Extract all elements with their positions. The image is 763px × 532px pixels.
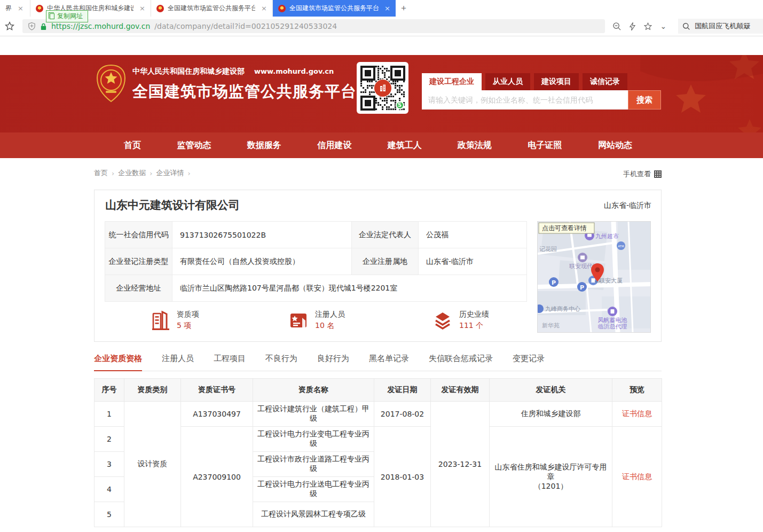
company-region: 山东省-临沂市	[604, 201, 651, 210]
nav-supervision[interactable]: 监管动态	[177, 140, 211, 151]
search-button[interactable]: 搜索	[628, 90, 661, 109]
reg-region-value: 山东省-临沂市	[418, 248, 527, 275]
cell-authority: 山东省住房和城乡建设厅许可专用章 （1201）	[490, 427, 612, 527]
cell-qual-name: 工程设计建筑行业（建筑工程）甲级	[253, 402, 374, 427]
cell-issue-date: 2018-01-03	[374, 427, 431, 527]
tab-good-behavior[interactable]: 良好行为	[317, 354, 349, 370]
mobile-view-link[interactable]: 手机查看	[623, 169, 662, 179]
nav-workers[interactable]: 建筑工人	[388, 140, 422, 151]
browser-toolbar: https://jzsc.mohurd.gov.cn/data/company/…	[0, 17, 763, 36]
reg-region-label: 企业注册属地	[351, 248, 419, 275]
main-navigation: 首页 监管动态 数据服务 信用建设 建筑工人 政策法规 电子证照 网站动态	[0, 132, 763, 158]
site-favicon-icon	[156, 5, 164, 12]
company-location-map[interactable]: 九州超市 ATM 记花园 联安现代城 联安大厦 P P 九峰商务中心 凤帆蓄电池…	[537, 221, 651, 333]
nav-site-news[interactable]: 网站动态	[598, 140, 632, 151]
shield-icon[interactable]	[28, 22, 36, 30]
address-label: 企业经营地址	[105, 275, 172, 302]
cell-authority: 住房和城乡建设部	[490, 402, 612, 427]
tab-blacklist[interactable]: 黑名单记录	[369, 354, 409, 370]
breadcrumb-home[interactable]: 首页	[94, 168, 108, 178]
svg-text:联安大厦: 联安大厦	[599, 277, 623, 284]
tab-close-icon[interactable]: ×	[261, 4, 267, 12]
search-tab-credit[interactable]: 诚信记录	[583, 73, 627, 90]
tab-qualifications[interactable]: 企业资质资格	[94, 354, 142, 371]
cell-seq: 1	[95, 402, 124, 427]
svg-text:ATM: ATM	[618, 245, 624, 248]
legal-rep-label: 企业法定代表人	[351, 221, 419, 248]
cell-qual-name: 工程设计市政行业道路工程专业丙级	[253, 452, 374, 477]
breadcrumb: 首页 › 企业数据 › 企业详情 ›	[94, 168, 191, 178]
browser-tab-bar: 界 × 中华人民共和国住房和城乡建设 × 全国建筑市场监管公共服务平台 × 全国…	[0, 0, 763, 17]
site-favicon-icon	[36, 5, 43, 12]
url-host: https://jzsc.mohurd.gov.cn	[51, 22, 150, 30]
stat-qualifications: 资质项 5 项	[152, 310, 199, 331]
id-card-icon	[289, 311, 308, 330]
address-bar[interactable]: https://jzsc.mohurd.gov.cn/data/company/…	[22, 19, 605, 33]
breadcrumb-company-data[interactable]: 企业数据	[118, 168, 146, 178]
nav-e-license[interactable]: 电子证照	[528, 140, 562, 151]
col-preview: 预览	[612, 379, 662, 402]
col-category: 资质类别	[124, 379, 181, 402]
tab-registered-personnel[interactable]: 注册人员	[162, 354, 194, 370]
cell-category: 设计资质	[124, 402, 181, 527]
url-path: /data/company/detail?id=0021052912405330…	[154, 22, 337, 30]
banner-search-module: 建设工程企业 从业人员 建设项目 诚信记录 搜索	[422, 73, 661, 109]
reg-type-value: 有限责任公司（自然人投资或控股）	[172, 248, 352, 275]
nav-home[interactable]: 首页	[124, 140, 141, 151]
search-tab-personnel[interactable]: 从业人员	[485, 73, 530, 90]
breadcrumb-company-detail[interactable]: 企业详情	[156, 168, 184, 178]
col-validity: 发证有效期	[431, 379, 490, 402]
browser-tab-active[interactable]: 全国建筑市场监管公共服务平台 ×	[273, 0, 396, 17]
credit-code-label: 统一社会信用代码	[105, 221, 172, 248]
breadcrumb-separator-icon: ›	[150, 169, 152, 177]
breadcrumb-separator-icon: ›	[187, 169, 190, 177]
ministry-name: 中华人民共和国住房和城乡建设部	[132, 67, 245, 76]
zoom-out-icon[interactable]	[612, 22, 622, 31]
site-brand: 中华人民共和国住房和城乡建设部 www.mohurd.gov.cn 全国建筑市场…	[132, 67, 357, 103]
address-value: 临沂市兰山区陶然路107号星河晶都（联安）现代城1号楼2201室	[172, 275, 527, 302]
svg-text:记花园: 记花园	[539, 246, 557, 253]
company-stats: 资质项 5 项 注册人员 10 名 历史业绩 111 个	[95, 310, 538, 338]
tab-close-icon[interactable]: ×	[18, 4, 23, 12]
map-tooltip: 点击可查看详情	[542, 224, 587, 232]
layers-icon	[433, 311, 452, 330]
breadcrumb-separator-icon: ›	[112, 169, 114, 177]
tab-dishonesty-records[interactable]: 失信联合惩戒记录	[429, 354, 493, 370]
tab-change-records[interactable]: 变更记录	[513, 354, 545, 370]
certificate-info-link[interactable]: 证书信息	[622, 409, 652, 418]
cell-preview: 证书信息	[612, 402, 662, 427]
flash-icon[interactable]	[629, 22, 636, 31]
chevron-down-icon[interactable]: ⌄	[660, 24, 666, 29]
cell-seq: 5	[95, 502, 124, 527]
tab-bad-behavior[interactable]: 不良行为	[265, 354, 297, 370]
search-tab-project[interactable]: 建设项目	[534, 73, 579, 90]
table-header-row: 序号 资质类别 资质证书号 资质名称 发证日期 发证有效期 发证机关 预览	[95, 379, 662, 402]
svg-text:P: P	[552, 279, 556, 286]
nav-policy[interactable]: 政策法规	[458, 140, 492, 151]
keyword-search-input[interactable]	[422, 90, 628, 109]
https-lock-icon	[40, 22, 47, 30]
copy-icon	[50, 13, 54, 19]
certificate-info-link[interactable]: 证书信息	[622, 472, 652, 481]
cell-seq: 3	[95, 452, 124, 477]
browser-tab[interactable]: 界 ×	[0, 0, 30, 17]
cell-qual-name: 工程设计电力行业送电工程专业丙级	[253, 477, 374, 502]
tab-projects[interactable]: 工程项目	[214, 354, 246, 370]
svg-text:P: P	[580, 284, 584, 291]
quick-search-box[interactable]: 国航回应飞机颠簸	[678, 19, 763, 34]
cell-qual-name: 工程设计电力行业变电工程专业丙级	[253, 427, 374, 452]
qr-center-logo	[374, 80, 391, 97]
bookmark-star-icon[interactable]	[4, 21, 15, 32]
reg-type-label: 企业登记注册类型	[105, 248, 172, 275]
nav-credit[interactable]: 信用建设	[317, 140, 351, 151]
svg-text:九州超市: 九州超市	[595, 233, 619, 240]
tab-close-icon[interactable]: ×	[384, 4, 390, 12]
tab-close-icon[interactable]: ×	[139, 4, 145, 12]
new-tab-button[interactable]: ＋	[396, 0, 412, 17]
nav-data-service[interactable]: 数据服务	[247, 140, 281, 151]
favorite-star-icon[interactable]	[643, 22, 652, 31]
browser-tab[interactable]: 全国建筑市场监管公共服务平台 ×	[151, 0, 273, 17]
detail-tabs: 企业资质资格 注册人员 工程项目 不良行为 良好行为 黑名单记录 失信联合惩戒记…	[94, 354, 662, 371]
site-banner: 中华人民共和国住房和城乡建设部 www.mohurd.gov.cn 全国建筑市场…	[0, 55, 763, 132]
search-tab-enterprise[interactable]: 建设工程企业	[422, 73, 482, 90]
